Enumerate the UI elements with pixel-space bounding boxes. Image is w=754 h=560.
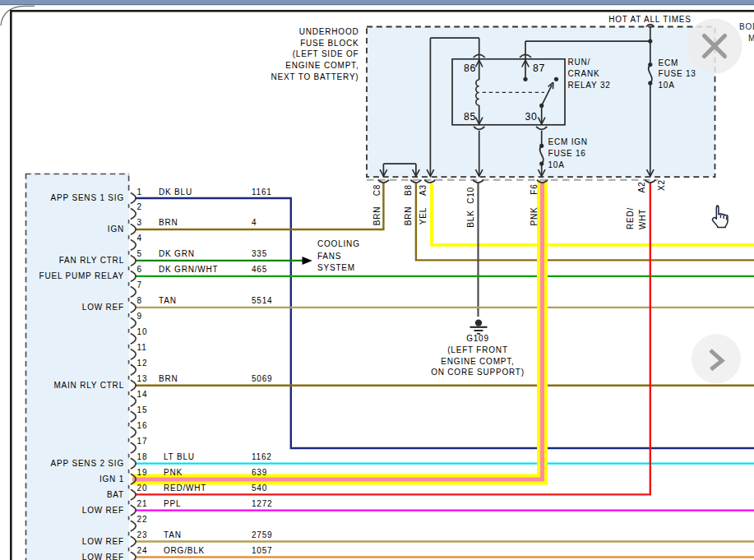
svg-text:11: 11 — [137, 343, 147, 352]
svg-text:ON CORE SUPPORT): ON CORE SUPPORT) — [431, 368, 525, 377]
svg-text:3: 3 — [137, 218, 142, 227]
svg-text:7: 7 — [137, 280, 142, 289]
svg-text:TAN: TAN — [164, 530, 182, 539]
svg-text:4: 4 — [252, 218, 257, 227]
svg-text:1: 1 — [137, 187, 142, 197]
svg-text:14: 14 — [137, 390, 148, 399]
svg-text:13: 13 — [137, 374, 148, 383]
svg-text:86: 86 — [464, 62, 476, 74]
svg-text:X2: X2 — [657, 179, 666, 191]
svg-text:1057: 1057 — [252, 546, 272, 555]
svg-text:23: 23 — [137, 530, 148, 539]
svg-text:LOW REF: LOW REF — [82, 553, 124, 560]
svg-text:RED/: RED/ — [626, 207, 635, 229]
svg-text:19: 19 — [137, 468, 148, 477]
svg-text:DK BLU: DK BLU — [159, 187, 192, 197]
svg-text:NEXT TO BATTERY): NEXT TO BATTERY) — [271, 72, 359, 81]
svg-text:8: 8 — [137, 296, 142, 305]
svg-text:87: 87 — [533, 62, 545, 74]
svg-text:10A: 10A — [659, 81, 675, 90]
svg-text:APP SENS 1 SIG: APP SENS 1 SIG — [51, 193, 124, 202]
svg-text:85: 85 — [464, 111, 476, 123]
svg-text:BODY: BODY — [739, 22, 754, 31]
svg-text:FUSE BLOCK: FUSE BLOCK — [300, 39, 358, 48]
svg-text:DK GRN/WHT: DK GRN/WHT — [159, 265, 218, 274]
svg-text:30: 30 — [525, 111, 538, 123]
svg-text:PPL: PPL — [164, 499, 181, 508]
svg-text:2: 2 — [137, 202, 142, 211]
svg-text:ENGINE COMPT,: ENGINE COMPT, — [441, 357, 514, 366]
svg-text:LOW REF: LOW REF — [82, 537, 124, 546]
svg-text:BRN: BRN — [372, 206, 382, 226]
svg-text:10: 10 — [137, 327, 148, 336]
svg-text:ECM IGN: ECM IGN — [548, 137, 588, 146]
svg-text:(LEFT SIDE OF: (LEFT SIDE OF — [293, 49, 359, 58]
svg-text:5: 5 — [137, 249, 142, 258]
svg-text:465: 465 — [252, 265, 267, 274]
svg-text:(LEFT FRONT: (LEFT FRONT — [447, 345, 508, 354]
svg-text:CRANK: CRANK — [568, 69, 600, 78]
svg-text:MAIN RLY CTRL: MAIN RLY CTRL — [53, 381, 124, 390]
svg-text:9: 9 — [137, 312, 142, 321]
svg-text:YEL: YEL — [419, 207, 428, 224]
svg-text:LT BLU: LT BLU — [164, 452, 195, 461]
svg-text:12: 12 — [137, 359, 148, 368]
svg-text:PNK: PNK — [164, 468, 183, 477]
svg-text:IGN: IGN — [108, 224, 124, 234]
svg-text:APP SENS 2 SIG: APP SENS 2 SIG — [51, 459, 124, 468]
svg-text:IGN 1: IGN 1 — [99, 474, 124, 484]
svg-text:4: 4 — [137, 234, 142, 243]
svg-text:UNDERHOOD: UNDERHOOD — [299, 27, 359, 36]
svg-text:TAN: TAN — [159, 296, 177, 305]
svg-text:335: 335 — [252, 249, 267, 258]
svg-text:FUSE 16: FUSE 16 — [548, 149, 586, 158]
svg-text:FAN RLY CTRL: FAN RLY CTRL — [59, 256, 124, 265]
svg-text:LOW REF: LOW REF — [82, 303, 124, 312]
svg-text:FUEL PUMP RELAY: FUEL PUMP RELAY — [39, 271, 124, 280]
svg-text:BAT: BAT — [107, 490, 124, 499]
svg-text:FANS: FANS — [317, 252, 341, 261]
svg-text:LOW REF: LOW REF — [82, 506, 124, 515]
svg-text:20: 20 — [137, 484, 148, 493]
svg-text:A3: A3 — [419, 184, 428, 196]
svg-text:WHT: WHT — [638, 209, 647, 229]
svg-text:PNK: PNK — [530, 207, 539, 226]
svg-text:639: 639 — [252, 468, 267, 477]
svg-text:HOT AT ALL TIMES: HOT AT ALL TIMES — [608, 15, 692, 24]
svg-text:1272: 1272 — [252, 499, 272, 508]
svg-text:5514: 5514 — [252, 296, 272, 305]
svg-text:BRN: BRN — [159, 218, 178, 227]
svg-text:16: 16 — [137, 421, 148, 430]
svg-text:DK GRN: DK GRN — [159, 249, 195, 258]
svg-text:5069: 5069 — [252, 374, 272, 383]
svg-text:ENGINE COMPT,: ENGINE COMPT, — [285, 61, 358, 70]
svg-text:G109: G109 — [466, 334, 489, 343]
svg-text:FUSE 13: FUSE 13 — [659, 69, 696, 78]
svg-text:22: 22 — [137, 515, 148, 524]
svg-text:B8: B8 — [404, 184, 413, 196]
svg-text:A2: A2 — [637, 182, 646, 193]
svg-text:10A: 10A — [548, 160, 565, 169]
svg-text:21: 21 — [137, 499, 148, 508]
svg-text:BLK: BLK — [466, 210, 475, 227]
svg-text:C10: C10 — [466, 187, 475, 204]
svg-text:F6: F6 — [530, 183, 539, 194]
svg-text:24: 24 — [137, 546, 148, 555]
svg-text:ECM: ECM — [659, 58, 679, 67]
svg-text:BRN: BRN — [404, 206, 413, 226]
svg-text:17: 17 — [137, 437, 148, 446]
svg-text:BRN: BRN — [159, 374, 178, 383]
svg-text:C8: C8 — [372, 184, 382, 196]
svg-text:RELAY 32: RELAY 32 — [568, 81, 611, 90]
svg-text:1161: 1161 — [252, 187, 272, 197]
svg-text:SYSTEM: SYSTEM — [317, 263, 355, 272]
svg-text:2759: 2759 — [252, 530, 272, 539]
svg-text:COOLING: COOLING — [317, 239, 360, 248]
svg-text:RED/WHT: RED/WHT — [164, 484, 206, 493]
svg-text:540: 540 — [252, 484, 267, 493]
svg-text:6: 6 — [137, 265, 142, 274]
svg-text:RUN/: RUN/ — [568, 58, 591, 67]
svg-text:15: 15 — [137, 405, 148, 414]
svg-text:MODULE: MODULE — [748, 34, 754, 43]
svg-text:1162: 1162 — [252, 452, 272, 461]
